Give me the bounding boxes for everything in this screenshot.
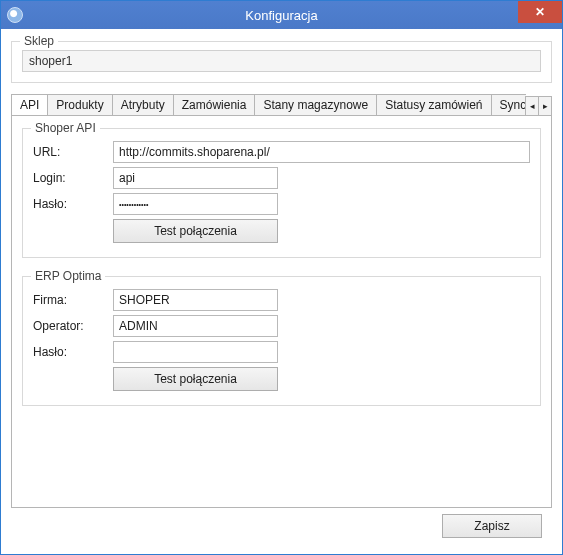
tab-scroll-left[interactable]: ◂	[525, 96, 539, 116]
tab-scrollers: ◂ ▸	[526, 95, 552, 116]
shoper-api-legend: Shoper API	[31, 121, 100, 135]
sklep-input[interactable]	[22, 50, 541, 72]
erp-haslo-row: Hasło:	[33, 341, 530, 363]
sklep-group: Sklep	[11, 41, 552, 83]
titlebar: Konfiguracja ✕	[1, 1, 562, 29]
tab-zamowienia[interactable]: Zamówienia	[173, 94, 256, 116]
tab-stany[interactable]: Stany magazynowe	[254, 94, 377, 116]
tab-synchronizacja[interactable]: Synchronizacja a	[491, 94, 526, 116]
url-row: URL:	[33, 141, 530, 163]
erp-haslo-input[interactable]	[113, 341, 278, 363]
client-area: Sklep API Produkty Atrybuty Zamówienia S…	[1, 29, 562, 554]
app-icon	[7, 7, 23, 23]
erp-legend: ERP Optima	[31, 269, 105, 283]
tab-body-api: Shoper API URL: Login: Hasło: Test połąc…	[11, 116, 552, 508]
tab-produkty[interactable]: Produkty	[47, 94, 112, 116]
tab-atrybuty[interactable]: Atrybuty	[112, 94, 174, 116]
shoper-api-group: Shoper API URL: Login: Hasło: Test połąc…	[22, 128, 541, 258]
operator-row: Operator:	[33, 315, 530, 337]
erp-test-row: Test połączenia	[33, 367, 530, 391]
url-label: URL:	[33, 145, 113, 159]
window-title: Konfiguracja	[1, 8, 562, 23]
firma-input[interactable]	[113, 289, 278, 311]
tabs-row: API Produkty Atrybuty Zamówienia Stany m…	[11, 93, 552, 116]
erp-test-button[interactable]: Test połączenia	[113, 367, 278, 391]
tabs: API Produkty Atrybuty Zamówienia Stany m…	[11, 93, 526, 116]
erp-haslo-label: Hasło:	[33, 345, 113, 359]
spacer	[22, 416, 541, 497]
erp-group: ERP Optima Firma: Operator: Hasło: Test …	[22, 276, 541, 406]
firma-label: Firma:	[33, 293, 113, 307]
login-label: Login:	[33, 171, 113, 185]
shoper-test-button[interactable]: Test połączenia	[113, 219, 278, 243]
shoper-haslo-label: Hasło:	[33, 197, 113, 211]
login-input[interactable]	[113, 167, 278, 189]
tab-scroll-right[interactable]: ▸	[538, 96, 552, 116]
login-row: Login:	[33, 167, 530, 189]
tab-statusy[interactable]: Statusy zamówień	[376, 94, 491, 116]
save-button[interactable]: Zapisz	[442, 514, 542, 538]
firma-row: Firma:	[33, 289, 530, 311]
operator-label: Operator:	[33, 319, 113, 333]
url-input[interactable]	[113, 141, 530, 163]
tab-api[interactable]: API	[11, 94, 48, 116]
shoper-test-row: Test połączenia	[33, 219, 530, 243]
shoper-haslo-row: Hasło:	[33, 193, 530, 215]
close-button[interactable]: ✕	[518, 1, 562, 23]
operator-input[interactable]	[113, 315, 278, 337]
config-window: Konfiguracja ✕ Sklep API Produkty Atrybu…	[0, 0, 563, 555]
sklep-legend: Sklep	[20, 34, 58, 48]
shoper-haslo-input[interactable]	[113, 193, 278, 215]
footer: Zapisz	[11, 508, 552, 546]
